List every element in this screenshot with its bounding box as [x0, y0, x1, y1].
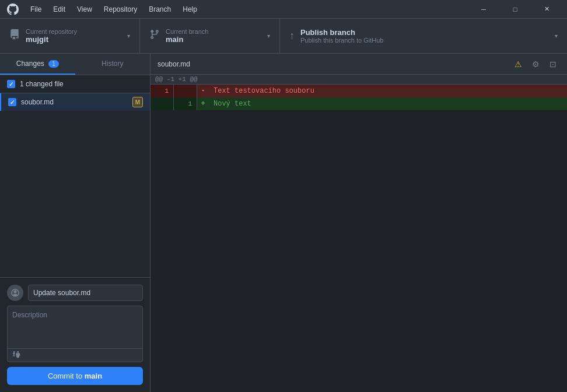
repo-icon [9, 29, 20, 43]
commit-btn-branch: main [85, 372, 102, 380]
window-controls: ─ □ ✕ [470, 0, 560, 19]
titlebar: File Edit View Repository Branch Help ─ … [0, 0, 567, 19]
minimize-button[interactable]: ─ [470, 0, 497, 19]
description-wrapper [7, 306, 143, 362]
add-person-icon [12, 351, 20, 359]
add-coauthor-button[interactable] [12, 351, 23, 359]
github-logo-icon [7, 4, 19, 15]
avatar-icon [10, 288, 20, 298]
maximize-button[interactable]: □ [502, 0, 528, 19]
settings-icon[interactable]: ⚙ [528, 57, 542, 71]
publish-branch-section[interactable]: ↑ Publish branch Publish this branch to … [280, 19, 567, 53]
main-content: Changes 1 History ✓ 1 changed file ✓ sou… [0, 54, 567, 392]
tab-changes[interactable]: Changes 1 [0, 54, 75, 75]
publish-icon: ↑ [289, 30, 295, 42]
diff-line-removed: 1 - Text testovacího souboru [150, 85, 567, 97]
svg-point-1 [14, 290, 17, 293]
file-name: soubor.md [21, 98, 128, 106]
changed-count: 1 changed file [20, 80, 64, 88]
repo-label: Current repository [26, 28, 77, 35]
diff-header: soubor.md ⚠ ⚙ ⊡ [150, 54, 567, 75]
desc-bottom-bar [8, 348, 142, 362]
branch-text: Current branch main [166, 28, 208, 44]
diff-content: @@ -1 +1 @@ 1 - Text testovacího souboru… [150, 75, 567, 392]
repo-value: mujgit [26, 35, 77, 44]
list-item[interactable]: ✓ soubor.md M [0, 93, 150, 111]
diff-line-added: 1 + Nový text [150, 97, 567, 110]
menu-edit[interactable]: Edit [48, 4, 70, 15]
file-list: ✓ soubor.md M [0, 93, 150, 111]
diff-hunk-header: @@ -1 +1 @@ [150, 75, 567, 85]
commit-summary-input[interactable] [28, 285, 143, 301]
warning-icon[interactable]: ⚠ [511, 57, 525, 71]
menu-view[interactable]: View [72, 4, 97, 15]
close-button[interactable]: ✕ [533, 0, 560, 19]
line-code-added: Nový text [209, 97, 567, 110]
current-branch-section[interactable]: Current branch main ▾ [140, 19, 280, 53]
repo-arrow-icon: ▾ [127, 33, 130, 39]
publish-title: Publish branch [300, 28, 383, 37]
line-num-new: 1 [174, 97, 197, 110]
sidebar: Changes 1 History ✓ 1 changed file ✓ sou… [0, 54, 150, 392]
branch-arrow-icon: ▾ [267, 33, 270, 39]
repo-text: Current repository mujgit [26, 28, 77, 44]
file-checkbox[interactable]: ✓ [8, 98, 16, 106]
line-num-old-empty [150, 97, 174, 110]
toolbar: Current repository mujgit ▾ Current bran… [0, 19, 567, 54]
description-textarea[interactable] [8, 306, 142, 348]
line-num-old: 1 [150, 85, 174, 97]
select-all-checkbox[interactable]: ✓ [7, 80, 15, 88]
line-code-removed: Text testovacího souboru [209, 85, 567, 97]
menu-bar: File Edit View Repository Branch Help [26, 4, 202, 15]
menu-help[interactable]: Help [178, 4, 202, 15]
commit-area: Commit to main [0, 277, 150, 392]
publish-text: Publish branch Publish this branch to Gi… [300, 28, 383, 44]
line-num-new-empty [174, 85, 197, 97]
current-repo-section[interactable]: Current repository mujgit ▾ [0, 19, 140, 53]
publish-subtitle: Publish this branch to GitHub [300, 37, 383, 44]
expand-icon[interactable]: ⊡ [546, 57, 560, 71]
branch-icon [149, 29, 160, 43]
changed-files-header: ✓ 1 changed file [0, 75, 150, 93]
tab-history[interactable]: History [75, 54, 150, 75]
branch-value: main [166, 35, 208, 44]
publish-arrow-icon: ▾ [555, 33, 558, 39]
commit-button[interactable]: Commit to main [7, 367, 143, 385]
line-sign-removed: - [197, 85, 209, 97]
file-status-badge: M [132, 97, 143, 107]
diff-panel: soubor.md ⚠ ⚙ ⊡ @@ -1 +1 @@ 1 - Text tes… [150, 54, 567, 392]
avatar [7, 285, 23, 301]
diff-filename: soubor.md [158, 60, 190, 68]
commit-summary-row [7, 285, 143, 301]
line-sign-added: + [197, 97, 209, 110]
diff-header-actions: ⚠ ⚙ ⊡ [511, 57, 560, 71]
sidebar-tabs: Changes 1 History [0, 54, 150, 75]
menu-repository[interactable]: Repository [99, 4, 142, 15]
menu-file[interactable]: File [26, 4, 46, 15]
commit-btn-prefix: Commit to [48, 372, 85, 380]
changes-badge: 1 [48, 60, 59, 68]
branch-label: Current branch [166, 28, 208, 35]
menu-branch[interactable]: Branch [144, 4, 176, 15]
